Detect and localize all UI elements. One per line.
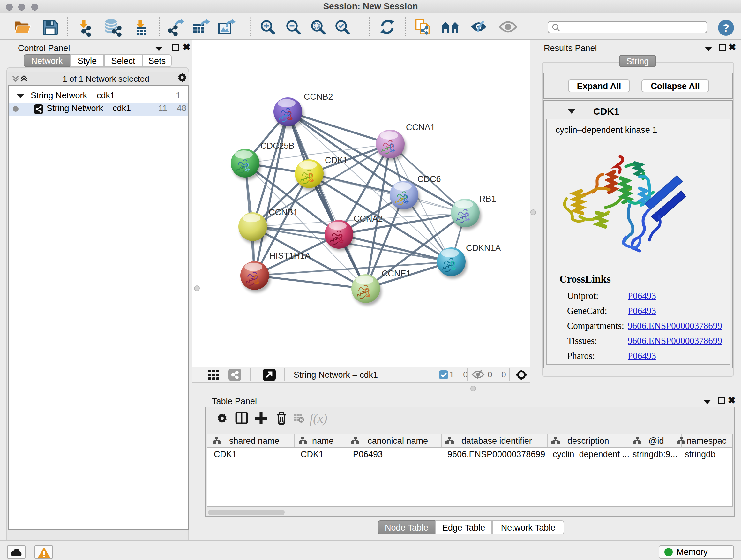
svg-text:RB1: RB1 bbox=[479, 194, 496, 204]
svg-text:database identifier: database identifier bbox=[461, 436, 532, 446]
svg-text:CCNA1: CCNA1 bbox=[406, 123, 435, 132]
svg-text:CDC6: CDC6 bbox=[417, 174, 441, 184]
svg-text:CDKN1A: CDKN1A bbox=[466, 243, 501, 253]
svg-text:String Network – cdk1: String Network – cdk1 bbox=[293, 370, 378, 380]
svg-text:P06493: P06493 bbox=[353, 449, 383, 459]
svg-text:CCNB2: CCNB2 bbox=[304, 92, 333, 102]
svg-text:CDC25B: CDC25B bbox=[260, 141, 294, 151]
svg-text:name: name bbox=[312, 436, 334, 446]
svg-text:namespac: namespac bbox=[687, 436, 727, 446]
svg-text:f(x): f(x) bbox=[310, 411, 327, 426]
svg-text:9606.ENSP00000378699: 9606.ENSP00000378699 bbox=[448, 449, 545, 459]
svg-text:shared name: shared name bbox=[229, 436, 280, 446]
svg-text:CDK1: CDK1 bbox=[325, 155, 348, 165]
svg-text:cyclin–dependent ...: cyclin–dependent ... bbox=[553, 449, 629, 459]
svg-text:0 – 0: 0 – 0 bbox=[488, 370, 506, 379]
svg-text:CCNE1: CCNE1 bbox=[382, 269, 411, 278]
svg-text:CDK1: CDK1 bbox=[214, 449, 237, 459]
svg-text:stringdb:9...: stringdb:9... bbox=[632, 449, 677, 459]
svg-text:canonical name: canonical name bbox=[367, 436, 428, 446]
svg-text:description: description bbox=[567, 436, 609, 446]
svg-text:1 – 0: 1 – 0 bbox=[449, 370, 468, 379]
svg-text:stringdb: stringdb bbox=[685, 449, 716, 459]
svg-text:CCNB1: CCNB1 bbox=[269, 207, 298, 217]
svg-text:@id: @id bbox=[649, 436, 664, 446]
svg-text:CCNA2: CCNA2 bbox=[354, 214, 383, 224]
svg-text:HIST1H1A: HIST1H1A bbox=[269, 251, 311, 260]
svg-text:CDK1: CDK1 bbox=[300, 449, 324, 459]
